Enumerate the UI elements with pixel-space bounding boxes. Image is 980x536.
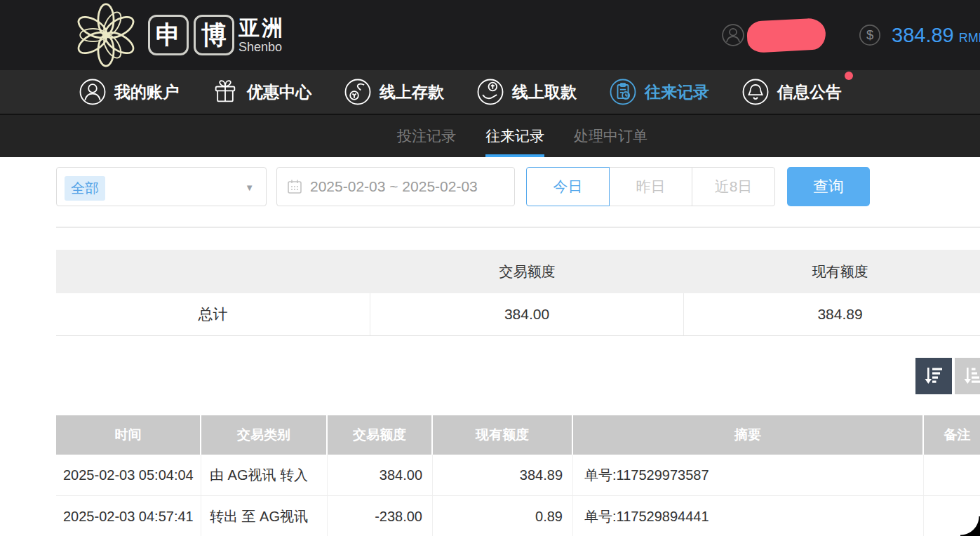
quick-range-group: 今日 昨日 近8日	[526, 167, 775, 206]
summary-header-trade-amount: 交易额度	[370, 250, 684, 293]
page: 申 博 亚洲 Shenbo $ 384.89 RMB	[0, 0, 980, 536]
nav-item-promotions[interactable]: 优惠中心	[211, 78, 311, 106]
col-header-trade-amount: 交易额度	[328, 415, 433, 455]
logo-region-text: 亚洲	[239, 18, 285, 39]
summary-header-empty	[56, 250, 370, 293]
range-yesterday-button[interactable]: 昨日	[609, 167, 692, 206]
tab-pending-orders[interactable]: 处理中订单	[574, 115, 647, 157]
cell-category: 由 AG视讯 转入	[201, 455, 328, 495]
redacted-username	[746, 18, 826, 53]
summary-table: 交易额度 现有额度 总计 384.00 384.89	[56, 250, 980, 336]
sub-nav: 投注记录 往来记录 处理中订单	[0, 115, 980, 157]
range-label: 昨日	[636, 177, 666, 196]
sort-amount-desc-icon	[922, 365, 945, 387]
balance-amount: 384.89	[892, 24, 954, 47]
cell-balance: 0.89	[433, 496, 573, 536]
nav-label: 信息公告	[777, 81, 842, 103]
nav-item-deposit[interactable]: 线上存款	[344, 78, 444, 106]
main-nav: 我的账户 优惠中心 线上存款	[0, 70, 980, 115]
records-clipboard-clock-icon	[609, 78, 637, 106]
range-today-button[interactable]: 今日	[526, 167, 610, 206]
summary-total-label: 总计	[56, 293, 370, 335]
col-header-note: 备注	[924, 415, 980, 455]
balance-currency: RMB	[959, 25, 980, 46]
records-header-row: 时间 交易类别 交易额度 现有额度 摘要 备注	[56, 415, 980, 455]
account-area: $ 384.89 RMB	[721, 0, 980, 70]
range-label: 近8日	[715, 177, 753, 196]
logo-latin-text: Shenbo	[239, 41, 285, 53]
cell-category: 转出 至 AG视讯	[201, 496, 328, 536]
nav-label: 线上存款	[380, 81, 444, 103]
notification-badge-dot	[845, 72, 853, 80]
table-row: 2025-02-03 05:04:04 由 AG视讯 转入 384.00 384…	[56, 455, 980, 496]
user-icon	[79, 78, 107, 106]
chevron-down-icon: ▼	[245, 182, 254, 193]
summary-header-balance: 现有额度	[684, 250, 980, 293]
summary-total-trade-amount: 384.00	[370, 293, 684, 335]
screenshot-rounded-corner	[960, 516, 980, 536]
col-header-summary: 摘要	[573, 415, 924, 455]
sort-descending-button[interactable]	[915, 358, 952, 394]
nav-item-my-account[interactable]: 我的账户	[79, 78, 179, 106]
tab-betting-records[interactable]: 投注记录	[397, 115, 456, 157]
summary-total-row: 总计 384.00 384.89	[56, 293, 980, 336]
sort-ascending-button[interactable]	[955, 358, 980, 394]
nav-label: 线上取款	[512, 81, 577, 103]
nav-label: 往来记录	[645, 81, 709, 103]
tab-label: 处理中订单	[574, 126, 647, 146]
date-range-value: 2025-02-03 ~ 2025-02-03	[310, 178, 478, 195]
cell-trade-amount: 384.00	[328, 455, 433, 495]
svg-text:$: $	[866, 27, 873, 42]
section-divider	[56, 227, 980, 228]
tab-label: 往来记录	[485, 126, 544, 146]
cell-balance: 384.89	[433, 455, 573, 495]
gift-icon	[211, 78, 239, 106]
cell-time: 2025-02-03 05:04:04	[56, 455, 201, 495]
top-header: 申 博 亚洲 Shenbo $ 384.89 RMB	[0, 0, 980, 70]
cell-time: 2025-02-03 04:57:41	[56, 496, 201, 536]
cell-trade-amount: -238.00	[328, 496, 433, 536]
tab-label: 投注记录	[397, 126, 456, 146]
range-label: 今日	[553, 177, 583, 196]
dollar-coin-icon: $	[858, 23, 882, 47]
selected-type-chip: 全部	[65, 176, 105, 201]
logo-char-box: 博	[194, 15, 234, 55]
calendar-icon	[287, 179, 302, 194]
table-row: 2025-02-03 04:57:41 转出 至 AG视讯 -238.00 0.…	[56, 496, 980, 536]
brand-logo[interactable]: 申 博 亚洲 Shenbo	[72, 0, 285, 70]
nav-label: 我的账户	[114, 81, 179, 103]
type-select-dropdown[interactable]: 全部 ▼	[56, 167, 267, 206]
nav-item-announcements[interactable]: 信息公告	[741, 78, 842, 106]
deposit-hand-coin-icon	[344, 78, 372, 106]
search-button[interactable]: 查询	[787, 167, 870, 206]
records-table: 时间 交易类别 交易额度 现有额度 摘要 备注 2025-02-03 05:04…	[56, 415, 980, 536]
date-range-input[interactable]: 2025-02-03 ~ 2025-02-03	[276, 167, 515, 206]
bell-icon	[741, 78, 770, 106]
nav-item-withdraw[interactable]: 线上取款	[476, 78, 577, 106]
col-header-category: 交易类别	[201, 415, 328, 455]
summary-header-row: 交易额度 现有额度	[56, 250, 980, 293]
tab-transaction-records[interactable]: 往来记录	[485, 115, 544, 157]
col-header-time: 时间	[56, 415, 201, 455]
withdraw-hand-coin-icon	[476, 78, 504, 106]
logo-char-box: 申	[148, 15, 189, 55]
cell-summary: 单号:117529973587	[573, 455, 924, 495]
col-header-balance: 现有额度	[433, 415, 573, 455]
cell-summary: 单号:117529894441	[573, 496, 924, 536]
user-avatar-icon[interactable]	[721, 23, 745, 47]
range-last8days-button[interactable]: 近8日	[692, 167, 775, 206]
nav-label: 优惠中心	[247, 81, 311, 103]
flower-logo-icon	[72, 3, 140, 67]
nav-item-transaction-records[interactable]: 往来记录	[609, 78, 709, 106]
sort-amount-asc-icon	[962, 365, 980, 387]
summary-total-balance: 384.89	[684, 293, 980, 335]
cell-note	[924, 455, 980, 495]
